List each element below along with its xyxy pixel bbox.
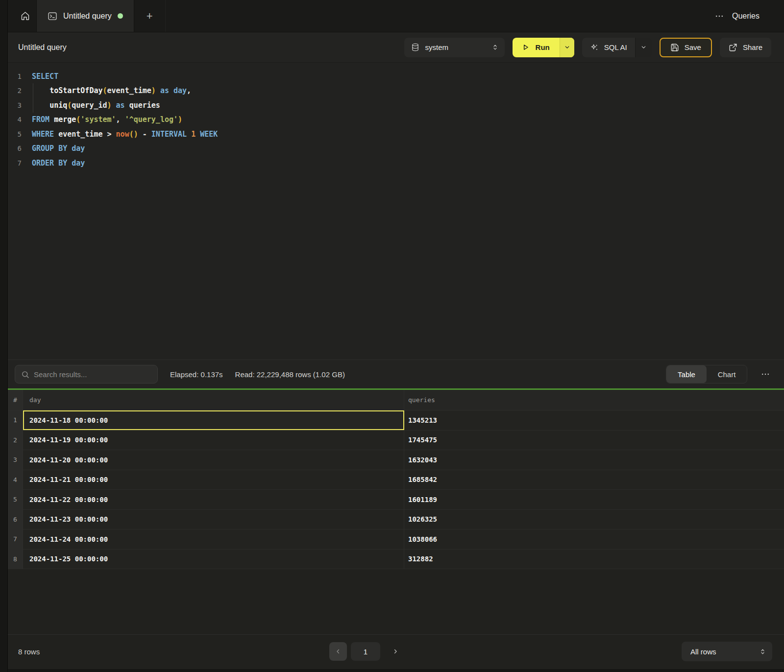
code-token <box>187 130 191 139</box>
day-cell[interactable]: 2024-11-22 00:00:00 <box>23 490 404 509</box>
code-text: GROUP BY day <box>32 144 85 153</box>
code-line: 6GROUP BY day <box>8 142 784 156</box>
window-bottom-edge <box>8 669 784 672</box>
line-number: 7 <box>8 159 24 167</box>
query-toolbar: Untitled query system Run <box>8 32 784 63</box>
queries-link[interactable]: Queries <box>732 12 760 21</box>
day-cell[interactable]: 2024-11-25 00:00:00 <box>23 550 404 569</box>
queries-cell[interactable]: 1038066 <box>404 529 784 549</box>
run-button[interactable]: Run <box>513 38 560 57</box>
sql-editor[interactable]: 1SELECT2 toStartOfDay(event_time) as day… <box>8 63 784 360</box>
run-options-button[interactable] <box>560 38 574 57</box>
share-button[interactable]: Share <box>720 38 771 57</box>
code-token <box>121 115 125 124</box>
code-token: '^query_log' <box>125 115 178 124</box>
code-token <box>112 130 116 139</box>
code-token: event_time <box>107 86 151 95</box>
table-row[interactable]: 22024-11-19 00:00:001745475 <box>8 431 784 451</box>
queries-cell[interactable]: 1026325 <box>404 510 784 529</box>
day-cell[interactable]: 2024-11-24 00:00:00 <box>23 529 404 549</box>
database-value: system <box>425 43 486 51</box>
database-icon <box>411 43 419 51</box>
code-text: uniq(query_id) as queries <box>32 101 160 110</box>
day-cell[interactable]: 2024-11-23 00:00:00 <box>23 510 404 529</box>
row-index-cell: 4 <box>8 470 23 490</box>
row-index-cell: 6 <box>8 510 23 529</box>
page-number-button[interactable]: 1 <box>351 642 380 661</box>
code-lines: 1SELECT2 toStartOfDay(event_time) as day… <box>8 69 784 170</box>
code-token: day <box>72 144 85 153</box>
day-cell[interactable]: 2024-11-21 00:00:00 <box>23 470 404 490</box>
home-button[interactable] <box>14 0 36 32</box>
queries-cell[interactable]: 1601189 <box>404 490 784 509</box>
tab-table-view[interactable]: Table <box>666 365 707 383</box>
table-row[interactable]: 52024-11-22 00:00:001601189 <box>8 490 784 510</box>
code-token <box>147 130 151 139</box>
tab-label: Untitled query <box>63 12 112 21</box>
day-cell[interactable]: 2024-11-18 00:00:00 <box>23 410 404 430</box>
code-token: > <box>107 130 112 139</box>
terminal-icon <box>48 11 57 21</box>
sql-console-window: Untitled query + Queries Untitled query … <box>0 0 784 672</box>
code-token <box>54 130 58 139</box>
row-index-cell: 1 <box>8 410 23 430</box>
code-token <box>112 101 116 110</box>
save-icon <box>670 43 679 52</box>
code-token: , <box>187 86 191 95</box>
code-token: ) <box>151 86 156 95</box>
code-token <box>67 144 72 153</box>
code-token <box>103 130 107 139</box>
code-text: ORDER BY day <box>32 159 85 168</box>
table-row[interactable]: 12024-11-18 00:00:001345213 <box>8 410 784 431</box>
chevron-down-icon <box>564 44 570 50</box>
tab-chart-view[interactable]: Chart <box>707 365 747 383</box>
code-token: () <box>129 130 138 139</box>
share-icon <box>729 43 737 52</box>
database-selector[interactable]: system <box>404 38 505 57</box>
code-token: - <box>143 130 147 139</box>
day-cell[interactable]: 2024-11-19 00:00:00 <box>23 431 404 450</box>
ellipsis-icon[interactable] <box>714 11 724 21</box>
rows-per-page-select[interactable]: All rows <box>682 642 772 661</box>
row-count: 8 rows <box>18 648 40 656</box>
table-row[interactable]: 72024-11-24 00:00:001038066 <box>8 529 784 550</box>
tab-untitled-query[interactable]: Untitled query <box>36 0 134 32</box>
row-index-cell: 5 <box>8 490 23 509</box>
new-tab-button[interactable]: + <box>134 0 166 32</box>
code-line: 1SELECT <box>8 69 784 84</box>
table-row[interactable]: 82024-11-25 00:00:00312882 <box>8 550 784 570</box>
column-header-index: # <box>8 390 23 410</box>
code-line: 3 uniq(query_id) as queries <box>8 98 784 113</box>
table-row[interactable]: 62024-11-23 00:00:001026325 <box>8 510 784 530</box>
save-button[interactable]: Save <box>660 38 712 57</box>
table-row[interactable]: 32024-11-20 00:00:001632043 <box>8 450 784 470</box>
table-row[interactable]: 42024-11-21 00:00:001685842 <box>8 470 784 490</box>
code-token: ORDER BY <box>32 159 67 168</box>
queries-cell[interactable]: 1632043 <box>404 450 784 470</box>
row-index-cell: 3 <box>8 450 23 470</box>
column-header-queries[interactable]: queries <box>404 390 784 410</box>
tab-bar: Untitled query + Queries <box>8 0 784 32</box>
results-footer: 8 rows 1 All rows <box>8 634 784 672</box>
read-stat: Read: 22,229,488 rows (1.02 GB) <box>235 370 345 379</box>
row-index-cell: 2 <box>8 431 23 450</box>
search-results-input[interactable] <box>34 370 151 379</box>
day-cell[interactable]: 2024-11-20 00:00:00 <box>23 450 404 470</box>
code-token: ( <box>76 115 80 124</box>
sql-ai-options-button[interactable] <box>635 38 652 57</box>
topbar-right: Queries <box>714 0 760 32</box>
queries-cell[interactable]: 312882 <box>404 550 784 569</box>
sql-ai-button-group: SQL AI <box>582 38 652 57</box>
run-button-group: Run <box>513 38 574 57</box>
queries-cell[interactable]: 1345213 <box>404 410 784 430</box>
queries-cell[interactable]: 1745475 <box>404 431 784 450</box>
results-menu-ellipsis-icon[interactable] <box>760 369 770 379</box>
code-token <box>196 130 200 139</box>
column-header-day[interactable]: day <box>23 390 404 410</box>
previous-page-button[interactable] <box>329 642 347 661</box>
next-page-button[interactable] <box>388 642 403 661</box>
search-results-box[interactable] <box>15 365 158 384</box>
code-token: 1 <box>191 130 196 139</box>
sql-ai-button[interactable]: SQL AI <box>582 38 635 57</box>
queries-cell[interactable]: 1685842 <box>404 470 784 490</box>
